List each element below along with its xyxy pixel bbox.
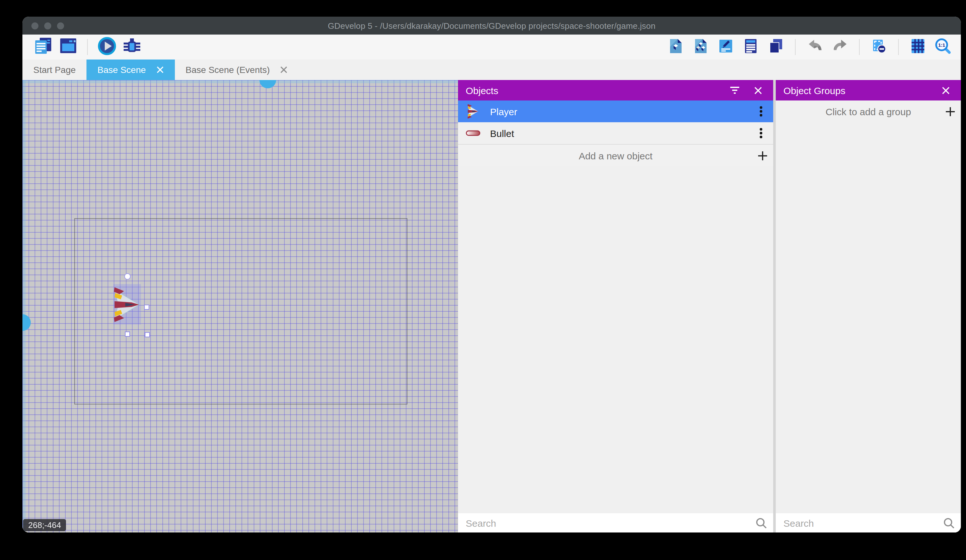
objects-panel: Objects (458, 80, 773, 532)
object-row-bullet[interactable]: Bullet (458, 122, 773, 144)
search-icon (754, 516, 768, 530)
zoom-1-1-icon: 1:1 (935, 38, 951, 57)
groups-panel-title: Object Groups (784, 85, 938, 96)
debug-button[interactable] (122, 37, 142, 57)
object-row-player[interactable]: Player (458, 100, 773, 122)
tab-label: Start Page (33, 65, 76, 75)
tab-close-icon[interactable] (156, 66, 164, 74)
horizontal-scroll-thumb[interactable] (260, 80, 276, 88)
main-toolbar: 1:1 (22, 34, 961, 59)
panel-divider[interactable] (773, 80, 776, 532)
instances-list-button[interactable] (741, 37, 761, 57)
objects-editor-button[interactable] (665, 37, 686, 57)
zoom-original-button[interactable]: 1:1 (933, 37, 953, 57)
plus-icon[interactable] (751, 151, 773, 160)
close-icon[interactable] (938, 83, 953, 98)
add-object-label: Add a new object (458, 150, 751, 161)
close-window-button[interactable] (31, 22, 38, 29)
app-window: GDevelop 5 - /Users/dkarakay/Documents/G… (22, 16, 961, 532)
objects-search-input[interactable] (458, 513, 773, 532)
properties-button[interactable] (716, 37, 736, 57)
player-instance[interactable] (113, 285, 141, 327)
object-name: Player (490, 106, 753, 117)
object-groups-editor-button[interactable] (690, 37, 711, 57)
object-group-doc-icon (693, 38, 708, 56)
resize-handle-bottom[interactable] (125, 332, 130, 337)
toggle-grid-button[interactable] (908, 37, 928, 57)
tab-label: Base Scene (Events) (186, 65, 270, 75)
maximize-window-button[interactable] (57, 22, 64, 29)
instances-list-icon (743, 38, 759, 56)
rotate-handle[interactable] (124, 273, 131, 280)
traffic-lights (31, 16, 64, 34)
objects-search-bar (458, 513, 773, 532)
resize-handle-right[interactable] (144, 305, 149, 310)
groups-search-input[interactable] (776, 513, 961, 532)
play-preview-button[interactable] (97, 37, 117, 57)
close-icon[interactable] (750, 83, 766, 98)
bullet-thumbnail (463, 130, 482, 136)
tab-bar: Start Page Base Scene Base Scene (Events… (22, 59, 961, 80)
vertical-scroll-track (22, 80, 26, 532)
add-group-label: Click to add a group (776, 106, 939, 117)
filter-icon[interactable] (727, 83, 743, 98)
object-name: Bullet (490, 128, 753, 139)
layers-button[interactable] (766, 37, 786, 57)
tab-label: Base Scene (97, 65, 146, 75)
window-title: GDevelop 5 - /Users/dkarakay/Documents/G… (328, 21, 656, 30)
plus-icon[interactable] (939, 106, 961, 116)
objects-panel-body (458, 166, 773, 513)
toolbar-separator (859, 39, 860, 55)
scene-window-icon (59, 37, 77, 57)
minimize-window-button[interactable] (44, 22, 51, 29)
toolbar-separator (898, 39, 899, 55)
redo-icon (832, 38, 848, 56)
object-groups-panel: Object Groups Click to add a group (776, 80, 961, 532)
tab-base-scene[interactable]: Base Scene (87, 59, 174, 80)
add-group-row[interactable]: Click to add a group (776, 100, 961, 122)
vertical-scroll-thumb[interactable] (22, 314, 31, 331)
grid-icon (910, 38, 926, 56)
horizontal-scroll-track (22, 80, 458, 83)
objects-panel-header: Objects (458, 80, 773, 100)
tab-close-icon[interactable] (280, 66, 288, 74)
resize-handle-corner[interactable] (145, 332, 150, 337)
mask-instances-button[interactable] (869, 37, 889, 57)
bug-icon (123, 37, 141, 57)
object-menu-kebab-icon[interactable] (753, 125, 769, 141)
tab-start-page[interactable]: Start Page (22, 59, 87, 80)
groups-panel-header: Object Groups (776, 80, 961, 100)
redo-button[interactable] (830, 37, 850, 57)
toolbar-separator (87, 39, 88, 55)
objects-panel-title: Objects (466, 85, 727, 96)
play-icon (97, 36, 117, 58)
toolbar-right-group: 1:1 (665, 37, 953, 57)
search-icon (941, 516, 956, 530)
mask-remove-icon (871, 38, 887, 56)
layers-icon (768, 38, 784, 56)
groups-panel-body (776, 122, 961, 513)
cursor-coordinates: 268;-464 (23, 519, 66, 531)
project-manager-icon (34, 37, 52, 57)
object-doc-icon (668, 38, 683, 56)
desktop: GDevelop 5 - /Users/dkarakay/Documents/G… (0, 0, 966, 560)
pencil-properties-icon (718, 38, 733, 56)
preview-window-button[interactable] (58, 37, 78, 57)
add-object-row[interactable]: Add a new object (458, 144, 773, 166)
svg-text:1:1: 1:1 (938, 42, 945, 47)
project-manager-button[interactable] (33, 37, 53, 57)
groups-search-bar (776, 513, 961, 532)
titlebar: GDevelop 5 - /Users/dkarakay/Documents/G… (22, 16, 961, 34)
undo-icon (807, 38, 823, 56)
toolbar-left-group (33, 37, 142, 57)
main-content: 268;-464 Objects (22, 80, 961, 532)
undo-button[interactable] (805, 37, 825, 57)
object-menu-kebab-icon[interactable] (753, 103, 769, 120)
toolbar-separator (795, 39, 795, 55)
scene-canvas[interactable]: 268;-464 (22, 80, 458, 532)
player-ship-thumbnail (463, 103, 482, 120)
tab-base-scene-events[interactable]: Base Scene (Events) (174, 59, 299, 80)
